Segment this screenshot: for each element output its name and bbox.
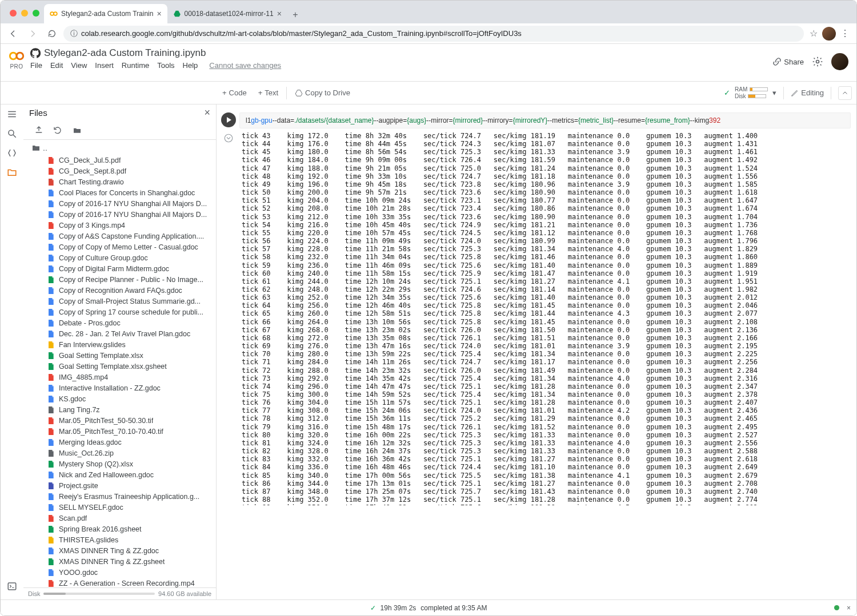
menu-file[interactable]: File (30, 61, 42, 70)
window-zoom-icon[interactable] (33, 10, 39, 17)
files-rail-button[interactable] (0, 167, 17, 178)
file-type-icon (46, 427, 55, 436)
file-name: Copy of Culture Group.gdoc (59, 254, 148, 262)
cell-output[interactable]: tick 43 kimg 172.0 time 8h 32m 40s sec/t… (239, 131, 851, 505)
copy-to-drive-button[interactable]: Copy to Drive (289, 86, 356, 99)
menu-edit[interactable]: Edit (50, 61, 63, 70)
file-item[interactable]: Copy of Culture Group.gdoc (23, 252, 216, 263)
file-item[interactable]: KS.gdoc (23, 393, 216, 404)
tab-close-icon[interactable]: × (277, 9, 282, 18)
file-crumb[interactable]: .. (23, 142, 216, 155)
file-item[interactable]: Interactive Installation - ZZ.gdoc (23, 383, 216, 393)
browser-tab[interactable]: 00018-dataset1024-mirror-11 × (167, 4, 287, 23)
file-item[interactable]: CG_Deck_Sept.8.pdf (23, 166, 216, 176)
file-name: YOOO.gdoc (59, 569, 98, 577)
file-item[interactable]: Copy of Copy of Memo Letter - Casual.gdo… (23, 241, 216, 252)
file-item[interactable]: Copy of 2016-17 NYU Shanghai All Majors … (23, 198, 216, 209)
user-avatar[interactable] (831, 53, 848, 70)
refresh-icon[interactable] (52, 126, 63, 135)
file-item[interactable]: Nick and Zed Halloween.gdoc (23, 469, 216, 480)
file-item[interactable]: Copy of Recipe Planner - Public - No Ima… (23, 274, 216, 285)
code-cell[interactable]: l1gb-gpu --data=./datasets/{dataset_name… (220, 112, 851, 505)
reload-button[interactable] (44, 26, 60, 42)
file-item[interactable]: ZZ - A Generation - Screen Recording.mp4 (23, 578, 216, 587)
file-item[interactable]: Copy of A&S Capstone Funding Application… (23, 231, 216, 241)
file-type-icon (46, 492, 55, 501)
code-editor[interactable]: l1gb-gpu --data=./datasets/{dataset_name… (239, 112, 851, 128)
menu-insert[interactable]: Insert (95, 61, 114, 70)
forward-button[interactable] (25, 26, 41, 42)
file-item[interactable]: Copy of Digital Farm Midterm.gdoc (23, 263, 216, 274)
browser-menu-icon[interactable]: ⋮ (840, 28, 850, 39)
file-item[interactable]: Spring Break 2016.gsheet (23, 524, 216, 534)
browser-profile-avatar[interactable] (822, 27, 836, 41)
menu-tools[interactable]: Tools (157, 61, 174, 70)
file-item[interactable]: Music_Oct.26.zip (23, 448, 216, 458)
file-item[interactable]: Cool Places for Concerts in Shanghai.gdo… (23, 187, 216, 198)
gear-icon[interactable] (812, 56, 823, 67)
browser-tab-active[interactable]: Stylegan2-ada Custom Trainin × (44, 4, 167, 23)
resource-dropdown-icon[interactable]: ▾ (772, 88, 776, 97)
close-panel-icon[interactable]: × (204, 107, 210, 119)
bookmark-icon[interactable]: ☆ (810, 28, 818, 39)
status-close-icon[interactable]: × (847, 604, 851, 612)
window-minimize-icon[interactable] (21, 10, 28, 17)
file-item[interactable]: Goal Setting Template.xlsx.gsheet (23, 361, 216, 372)
resource-meter[interactable]: RAM Disk (735, 86, 768, 99)
file-item[interactable]: Mar.05_PitchTest_50-50.30.tif (23, 415, 216, 426)
file-item[interactable]: XMAS DINNER Ting & ZZ.gsheet (23, 556, 216, 567)
add-text-button[interactable]: + Text (253, 86, 284, 99)
file-item[interactable]: Merging Ideas.gdoc (23, 437, 216, 448)
file-item[interactable]: Lang Ting.7z (23, 404, 216, 415)
mount-drive-icon[interactable] (71, 126, 83, 135)
file-item[interactable]: Copy of Small-Project Status Summarie.gd… (23, 296, 216, 307)
snippets-icon[interactable] (7, 148, 17, 158)
file-item[interactable]: Copy of Recognition Award FAQs.gdoc (23, 285, 216, 296)
new-tab-button[interactable]: + (287, 10, 303, 23)
menu-view[interactable]: View (71, 61, 87, 70)
upload-icon[interactable] (34, 126, 44, 135)
file-item[interactable]: Copy of 2016-17 NYU Shanghai All Majors … (23, 209, 216, 220)
window-close-icon[interactable] (10, 10, 17, 17)
tab-close-icon[interactable]: × (157, 9, 161, 18)
file-item[interactable]: Dec. 28 - Jan. 2 Tel Aviv Travel Plan.gd… (23, 328, 216, 339)
run-cell-button[interactable] (221, 112, 236, 127)
search-icon[interactable] (7, 128, 17, 139)
output-collapse-icon[interactable] (223, 133, 234, 143)
file-list[interactable]: CG_Deck_Jul.5.pdfCG_Deck_Sept.8.pdfChart… (23, 155, 216, 587)
menu-runtime[interactable]: Runtime (122, 61, 149, 70)
file-item[interactable]: Chart Testing.drawio (23, 176, 216, 187)
notebook-area[interactable]: l1gb-gpu --data=./datasets/{dataset_name… (217, 104, 856, 599)
file-item[interactable]: THIRSTEA.gslides (23, 534, 216, 545)
file-name: Copy of Recipe Planner - Public - No Ima… (59, 276, 203, 284)
file-item[interactable]: Mystery Shop (Q2).xlsx (23, 458, 216, 469)
share-button[interactable]: Share (772, 57, 804, 66)
back-button[interactable] (5, 26, 21, 42)
add-code-button[interactable]: + Code (217, 86, 253, 99)
collapse-button[interactable] (838, 86, 852, 100)
file-item[interactable]: Debate - Pros.gdoc (23, 317, 216, 328)
colab-logo[interactable]: PRO (9, 47, 25, 70)
file-item[interactable]: Reejy's Erasmus Traineeship Application.… (23, 491, 216, 502)
file-type-icon (46, 351, 55, 360)
file-item[interactable]: Mar.05_PitchTest_70.10-70.40.tif (23, 426, 216, 437)
terminal-icon[interactable] (7, 581, 17, 591)
file-item[interactable]: SELL MYSELF.gdoc (23, 502, 216, 513)
file-item[interactable]: CG_Deck_Jul.5.pdf (23, 155, 216, 166)
editing-mode-button[interactable]: Editing (791, 88, 824, 97)
file-item[interactable]: Project.gsite (23, 480, 216, 491)
toc-icon[interactable] (7, 109, 17, 119)
file-item[interactable]: YOOO.gdoc (23, 567, 216, 578)
url-field[interactable]: ⓘ colab.research.google.com/github/dvsch… (63, 26, 804, 42)
file-item[interactable]: Copy of 3 Kings.mp4 (23, 220, 216, 231)
file-item[interactable]: XMAS DINNER Ting & ZZ.gdoc (23, 545, 216, 556)
file-item[interactable]: Goal Setting Template.xlsx (23, 350, 216, 361)
file-item[interactable]: Scan.pdf (23, 513, 216, 524)
disk-bar (43, 593, 155, 595)
doc-title[interactable]: Stylegan2-ada Custom Training.ipynb (44, 47, 206, 59)
file-type-icon (46, 536, 55, 545)
menu-help[interactable]: Help (183, 61, 198, 70)
file-item[interactable]: IMG_4885.mp4 (23, 372, 216, 383)
file-item[interactable]: Fan Interview.gslides (23, 339, 216, 350)
file-item[interactable]: Copy of Spring 17 course schedule for pu… (23, 307, 216, 317)
